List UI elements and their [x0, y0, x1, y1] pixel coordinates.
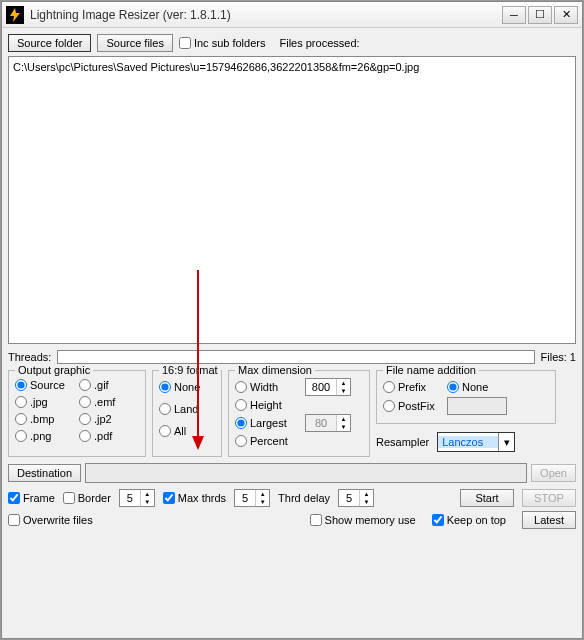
frame-checkbox[interactable]: Frame: [8, 492, 55, 504]
output-bmp-radio[interactable]: .bmp: [15, 413, 75, 425]
source-folder-button[interactable]: Source folder: [8, 34, 91, 52]
files-count-label: Files: 1: [541, 351, 576, 363]
max-dimension-group: Max dimension Width ▲▼ Height Largest ▲▼…: [228, 370, 370, 457]
keepontop-checkbox[interactable]: Keep on top: [432, 514, 506, 526]
resampler-label: Resampler: [376, 436, 429, 448]
format-169-group: 16:9 format None Land All: [152, 370, 222, 457]
thrd-delay-label: Thrd delay: [278, 492, 330, 504]
output-graphic-group: Output graphic Source .gif .jpg .emf .bm…: [8, 370, 146, 457]
maxdim-value1-spinner[interactable]: ▲▼: [305, 378, 351, 396]
app-window: Lightning Image Resizer (ver: 1.8.1.1) ─…: [1, 1, 583, 639]
maxdim-height-radio[interactable]: Height: [235, 399, 299, 411]
minimize-button[interactable]: ─: [502, 6, 526, 24]
maxdim-width-radio[interactable]: Width: [235, 381, 299, 393]
filename-postfix-radio[interactable]: PostFix: [383, 400, 441, 412]
filename-prefix-radio[interactable]: Prefix: [383, 381, 441, 393]
showmem-checkbox[interactable]: Show memory use: [310, 514, 416, 526]
threads-progress: [57, 350, 534, 364]
thrddelay-spinner[interactable]: ▲▼: [338, 489, 374, 507]
destination-input[interactable]: [85, 463, 527, 483]
filename-postfix-input[interactable]: [447, 397, 507, 415]
maxthrds-spinner[interactable]: ▲▼: [234, 489, 270, 507]
inc-sub-folders-checkbox[interactable]: Inc sub folders: [179, 37, 266, 49]
maxdim-value2-spinner[interactable]: ▲▼: [305, 414, 351, 432]
file-list-item[interactable]: C:\Users\pc\Pictures\Saved Pictures\u=15…: [13, 61, 571, 73]
border-checkbox[interactable]: Border: [63, 492, 111, 504]
svg-marker-0: [10, 8, 20, 22]
output-jp2-radio[interactable]: .jp2: [79, 413, 129, 425]
window-title: Lightning Image Resizer (ver: 1.8.1.1): [30, 8, 502, 22]
titlebar: Lightning Image Resizer (ver: 1.8.1.1) ─…: [2, 2, 582, 28]
output-jpg-radio[interactable]: .jpg: [15, 396, 75, 408]
format-all-radio[interactable]: All: [159, 425, 215, 437]
close-button[interactable]: ✕: [554, 6, 578, 24]
output-pdf-radio[interactable]: .pdf: [79, 430, 129, 442]
maxdim-percent-radio[interactable]: Percent: [235, 435, 299, 447]
format-land-radio[interactable]: Land: [159, 403, 215, 415]
filename-none-radio[interactable]: None: [447, 381, 488, 393]
stop-button[interactable]: STOP: [522, 489, 576, 507]
start-button[interactable]: Start: [460, 489, 514, 507]
overwrite-checkbox[interactable]: Overwrite files: [8, 514, 93, 526]
open-button[interactable]: Open: [531, 464, 576, 482]
maxdim-largest-radio[interactable]: Largest: [235, 417, 299, 429]
format-none-radio[interactable]: None: [159, 381, 215, 393]
threads-label: Threads:: [8, 351, 51, 363]
output-source-radio[interactable]: Source: [15, 379, 75, 391]
chevron-down-icon: ▾: [498, 433, 514, 451]
resampler-combo[interactable]: Lanczos ▾: [437, 432, 515, 452]
output-emf-radio[interactable]: .emf: [79, 396, 129, 408]
source-files-button[interactable]: Source files: [97, 34, 172, 52]
frame-val-spinner[interactable]: ▲▼: [119, 489, 155, 507]
destination-button[interactable]: Destination: [8, 464, 81, 482]
files-processed-label: Files processed:: [279, 37, 359, 49]
filename-addition-group: File name addition Prefix None PostFix: [376, 370, 556, 424]
maxthrds-checkbox[interactable]: Max thrds: [163, 492, 226, 504]
output-gif-radio[interactable]: .gif: [79, 379, 129, 391]
file-list[interactable]: C:\Users\pc\Pictures\Saved Pictures\u=15…: [8, 56, 576, 344]
maximize-button[interactable]: ☐: [528, 6, 552, 24]
latest-button[interactable]: Latest: [522, 511, 576, 529]
output-png-radio[interactable]: .png: [15, 430, 75, 442]
app-icon: [6, 6, 24, 24]
